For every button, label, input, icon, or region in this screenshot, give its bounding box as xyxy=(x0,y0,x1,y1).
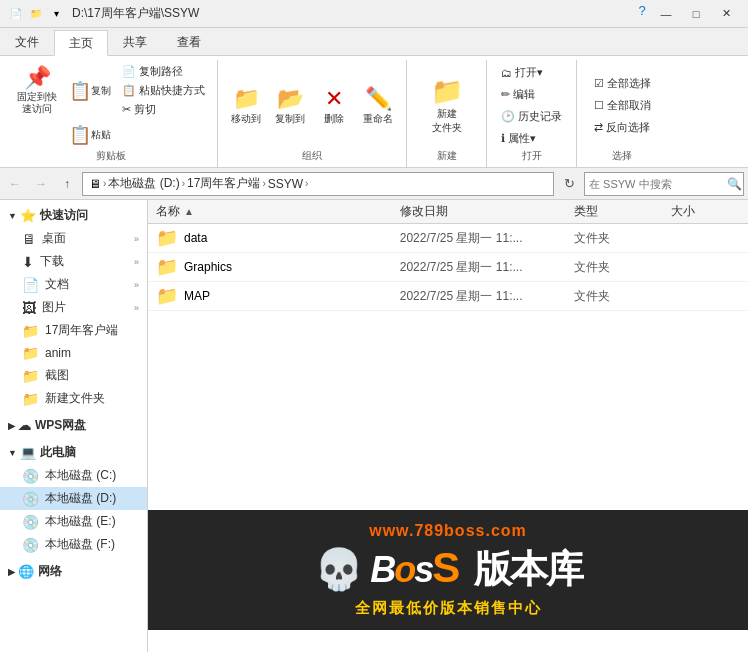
paste-button[interactable]: 📋 粘贴 xyxy=(64,121,209,149)
path-segment-folder[interactable]: 17周年客户端 xyxy=(187,175,260,192)
properties-btn[interactable]: ℹ 属性▾ xyxy=(497,129,540,148)
search-icon[interactable]: 🔍 xyxy=(727,177,742,191)
window-dropdown-icon[interactable]: ▾ xyxy=(48,6,64,22)
close-button[interactable]: ✕ xyxy=(712,3,740,25)
sidebar-item-desktop[interactable]: 🖥 桌面 » xyxy=(0,227,147,250)
copy-path-button[interactable]: 📄 复制路径 xyxy=(118,62,209,81)
col-date[interactable]: 修改日期 xyxy=(400,203,574,220)
sidebar-item-pictures[interactable]: 🖼 图片 » xyxy=(0,296,147,319)
path-segment-drive[interactable]: 本地磁盘 (D:) xyxy=(108,175,179,192)
rename-button[interactable]: ✏️ 重命名 xyxy=(358,83,398,129)
new-folder-button[interactable]: 📁 新建文件夹 xyxy=(426,73,468,138)
watermark-tagline: 全网最低价版本销售中心 xyxy=(355,599,542,618)
sidebar-item-newfolder[interactable]: 📁 新建文件夹 xyxy=(0,387,147,410)
sidebar-section-quick-access[interactable]: ▼ ⭐ 快速访问 xyxy=(0,204,147,227)
up-button[interactable]: ↑ xyxy=(56,173,78,195)
sidebar-item-17client[interactable]: 📁 17周年客户端 xyxy=(0,319,147,342)
sidebar-item-drive-e[interactable]: 💿 本地磁盘 (E:) xyxy=(0,510,147,533)
file-name: Graphics xyxy=(184,260,232,274)
file-date: 2022/7/25 星期一 11:... xyxy=(400,288,574,305)
refresh-button[interactable]: ↻ xyxy=(558,173,580,195)
copypath-icon: 📄 xyxy=(122,65,136,78)
table-row[interactable]: 📁 MAP 2022/7/25 星期一 11:... 文件夹 xyxy=(148,282,748,311)
open-btn[interactable]: 🗂 打开▾ xyxy=(497,63,547,82)
select-all-btn[interactable]: ☑ 全部选择 xyxy=(590,74,655,93)
file-name: MAP xyxy=(184,289,210,303)
sidebar-item-drive-f[interactable]: 💿 本地磁盘 (F:) xyxy=(0,533,147,556)
thispc-collapse-icon: ▼ xyxy=(8,448,17,458)
sidebar-section-wps[interactable]: ▶ ☁ WPS网盘 xyxy=(0,414,147,437)
brand-text: BosS 版本库 xyxy=(370,544,582,595)
organize-label: 组织 xyxy=(302,149,322,165)
forward-button[interactable]: → xyxy=(30,173,52,195)
wps-cloud-icon: ☁ xyxy=(18,418,31,433)
window-title: D:\17周年客户端\SSYW xyxy=(72,5,634,22)
folder-icon: 📁 xyxy=(156,285,178,307)
tab-file[interactable]: 文件 xyxy=(0,29,54,55)
move-to-button[interactable]: 📁 移动到 xyxy=(226,83,266,129)
sidebar-item-documents[interactable]: 📄 文档 » xyxy=(0,273,147,296)
select-none-btn[interactable]: ☐ 全部取消 xyxy=(590,96,655,115)
title-bar: 📄 📁 ▾ D:\17周年客户端\SSYW ? — □ ✕ xyxy=(0,0,748,28)
path-segment-current[interactable]: SSYW xyxy=(268,177,303,191)
copy-icon: 📋 xyxy=(69,80,91,102)
col-size[interactable]: 大小 xyxy=(671,203,748,220)
file-type: 文件夹 xyxy=(574,230,671,247)
maximize-button[interactable]: □ xyxy=(682,3,710,25)
tab-share[interactable]: 共享 xyxy=(108,29,162,55)
back-button[interactable]: ← xyxy=(4,173,26,195)
downloads-icon: ⬇ xyxy=(22,254,34,270)
folder-icon: 📁 xyxy=(156,227,178,249)
paste-shortcut-button[interactable]: 📋 粘贴快捷方式 xyxy=(118,81,209,100)
sidebar: ▼ ⭐ 快速访问 🖥 桌面 » ⬇ 下载 » 📄 文档 » 🖼 图片 » 📁 1… xyxy=(0,200,148,652)
copy-to-button[interactable]: 📂 复制到 xyxy=(270,83,310,129)
tab-home[interactable]: 主页 xyxy=(54,30,108,56)
network-icon: 🌐 xyxy=(18,564,34,579)
edit-btn[interactable]: ✏ 编辑 xyxy=(497,85,539,104)
pasteshortcut-icon: 📋 xyxy=(122,84,136,97)
invert-select-btn[interactable]: ⇄ 反向选择 xyxy=(590,118,654,137)
minimize-button[interactable]: — xyxy=(652,3,680,25)
sidebar-section-network[interactable]: ▶ 🌐 网络 xyxy=(0,560,147,583)
17client-icon: 📁 xyxy=(22,323,39,339)
newfolder-icon: 📁 xyxy=(431,76,463,107)
file-rows-container: 📁 data 2022/7/25 星期一 11:... 文件夹 📁 Graphi… xyxy=(148,224,748,311)
col-type[interactable]: 类型 xyxy=(574,203,671,220)
table-row[interactable]: 📁 data 2022/7/25 星期一 11:... 文件夹 xyxy=(148,224,748,253)
file-list-header: 名称 ▲ 修改日期 类型 大小 xyxy=(148,200,748,224)
sidebar-item-anim[interactable]: 📁 anim xyxy=(0,342,147,364)
sidebar-item-downloads[interactable]: ⬇ 下载 » xyxy=(0,250,147,273)
sidebar-section-thispc[interactable]: ▼ 💻 此电脑 xyxy=(0,441,147,464)
pin-quick-access-button[interactable]: 📌 固定到快速访问 xyxy=(12,62,62,118)
file-date: 2022/7/25 星期一 11:... xyxy=(400,259,574,276)
pictures-icon: 🖼 xyxy=(22,300,36,316)
cut-button[interactable]: ✂ 剪切 xyxy=(118,100,209,119)
properties-icon: ℹ xyxy=(501,132,505,145)
cut-icon: ✂ xyxy=(122,103,131,116)
path-home-icon: 🖥 xyxy=(89,177,101,191)
sidebar-item-screenshot[interactable]: 📁 截图 xyxy=(0,364,147,387)
copyto-icon: 📂 xyxy=(277,86,304,112)
window-folder-icon: 📁 xyxy=(28,6,44,22)
sidebar-item-drive-d[interactable]: 💿 本地磁盘 (D:) xyxy=(0,487,147,510)
newfolder2-icon: 📁 xyxy=(22,391,39,407)
sidebar-item-drive-c[interactable]: 💿 本地磁盘 (C:) xyxy=(0,464,147,487)
copy-button[interactable]: 📋 复制 xyxy=(64,62,116,119)
question-btn[interactable]: ? xyxy=(634,3,650,19)
col-name[interactable]: 名称 ▲ xyxy=(148,203,400,220)
delete-button[interactable]: ✕ 删除 xyxy=(314,83,354,129)
paste-icon: 📋 xyxy=(69,124,91,146)
tab-view[interactable]: 查看 xyxy=(162,29,216,55)
open-icon: 🗂 xyxy=(501,67,512,79)
table-row[interactable]: 📁 Graphics 2022/7/25 星期一 11:... 文件夹 xyxy=(148,253,748,282)
title-controls: ? — □ ✕ xyxy=(634,3,740,25)
search-input[interactable] xyxy=(589,178,727,190)
search-box[interactable]: 🔍 xyxy=(584,172,744,196)
moveto-icon: 📁 xyxy=(233,86,260,112)
history-btn[interactable]: 🕑 历史记录 xyxy=(497,107,566,126)
rename-icon: ✏️ xyxy=(365,86,392,112)
address-path[interactable]: 🖥 › 本地磁盘 (D:) › 17周年客户端 › SSYW › xyxy=(82,172,554,196)
copy-paste-group: 📋 复制 📄 复制路径 📋 粘贴快捷方式 ✂ xyxy=(64,62,209,149)
edit-icon: ✏ xyxy=(501,88,510,101)
quickaccess-collapse-icon: ▼ xyxy=(8,211,17,221)
